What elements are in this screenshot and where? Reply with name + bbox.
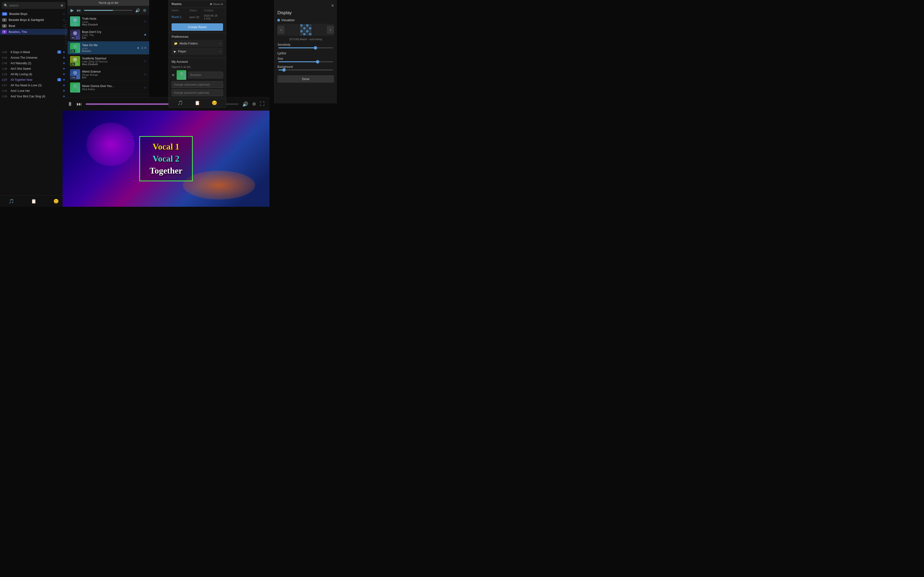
song-star-icon[interactable]: ★ [63,89,65,93]
song-star-icon[interactable]: ★ [63,73,65,76]
done-button[interactable]: Done [278,75,334,83]
progress-fill [84,10,113,11]
search-bar: 🔍 ★ [2,2,65,9]
lyrics-label: Lyrics [278,51,334,55]
tab-queue[interactable]: 📋 [29,198,38,205]
queue-remove-button[interactable]: ✕ [144,46,147,50]
queue-star-icon[interactable]: ☆ [144,59,147,63]
song-star-icon[interactable]: ★ [63,67,65,71]
size-slider[interactable] [278,61,334,62]
tab-emoji[interactable]: 😊 [52,198,61,205]
queue-item-current[interactable]: 4m Take On Me a-ha Brandon ★ ℹ ✕ [68,41,149,55]
song-item[interactable]: 3:57 All You Need Is Love (3) ★ [0,82,67,88]
artist-badge: ▾ [2,30,7,34]
song-star-icon[interactable]: ★ [63,61,65,65]
queue-info: Boys Don't Cry Cure, The Erin [82,30,142,39]
rooms-panel: Rooms Show all Name Status Created Room … [168,0,226,108]
alphabet-bar: #AB CDE FGH IJK LMN OPQ RST UVW XYZ [65,21,67,49]
queue-info-button[interactable]: ℹ [142,46,143,50]
pref-item-media-folders[interactable]: 📁 Media Folders › [171,40,223,47]
show-all-link[interactable]: Show all [213,3,223,5]
queue-info: Weird Science Oingo Boingo Erin [82,70,142,79]
account-form: ✕ [171,70,223,96]
background-label: Background [278,65,334,69]
queue-item[interactable]: 11m Weird Science Oingo Boingo Erin ☆ [68,68,149,81]
queue-thumbnail [70,16,80,26]
song-item[interactable]: 1:38 Ain't She Sweet ★ [0,66,67,71]
queue-item[interactable]: Truth Hurts Lizzo Mary Elisabeth ☆ [68,15,149,28]
queue-list: Truth Hurts Lizzo Mary Elisabeth ☆ 34s B… [68,15,149,106]
song-item[interactable]: 2:42 And I Love Her ★ [0,88,67,93]
queue-star-icon[interactable]: ★ [137,46,140,50]
song-star-icon[interactable]: ★ [63,84,65,87]
svg-point-8 [73,71,77,75]
queue-thumbnail: 4m [70,43,80,53]
equalizer-icon[interactable]: ⚙ [143,8,146,13]
sensitivity-slider[interactable] [278,47,334,48]
artist-badge: 2 [2,24,7,27]
vis-selector: ‹ › [278,24,334,36]
song-item[interactable]: 3:05 8 Days A Week 1 ★ [0,49,67,55]
song-item[interactable]: 2:46 Act Naturally (2) ★ [0,60,67,66]
svg-point-0 [73,18,77,22]
pref-item-player[interactable]: ▶ Player › [171,48,223,55]
star-filter-icon[interactable]: ★ [60,3,63,8]
next-track-button[interactable]: ⏭ [76,101,82,107]
song-item-active[interactable]: 2:27 All Together Now 1 ★ [0,77,67,82]
progress-bar[interactable] [84,10,132,11]
queue-star-icon[interactable]: ☆ [144,73,147,76]
next-button[interactable]: ⏭ [77,8,81,13]
avatar [177,70,186,80]
rooms-tab-list[interactable]: 📋 [195,100,200,106]
song-item[interactable]: 2:20 All My Loving (4) ★ [0,71,67,77]
create-room-button[interactable]: Create Room [171,23,223,31]
player-panel: You're up in 4m ▶ ⏭ 🔊 ⚙ Truth Hurts Lizz… [67,0,149,111]
queue-item[interactable]: 7m Suddenly Seymour Little Shop Of Horro… [68,55,149,68]
song-star-icon[interactable]: ★ [63,78,65,82]
change-username-field[interactable] [171,81,223,88]
play-button[interactable]: ▶ [71,8,74,13]
room-name[interactable]: Room 1 [171,15,189,19]
sensitivity-label: Sensitivity [278,43,334,47]
close-icon[interactable]: ✕ [171,73,175,77]
sidebar-item-beatles[interactable]: ▾ Beatles, The [0,29,67,35]
queue-item[interactable]: Never Gonna Give You... Rick Astley ☆ [68,81,149,94]
account-title: My Account [171,60,223,63]
vis-next-button[interactable]: › [327,26,334,34]
rooms-tab-music[interactable]: 🎵 [178,100,183,106]
pause-button[interactable]: ⏸ [67,101,73,107]
queue-star-icon[interactable]: ☆ [144,85,147,89]
queue-info: Truth Hurts Lizzo Mary Elisabeth [82,17,142,26]
rooms-tab-emoji[interactable]: 😊 [212,100,217,106]
volume-icon[interactable]: 🔊 [242,101,248,107]
queue-info: Take On Me a-ha Brandon [82,44,135,52]
preferences-title: Preferences [171,35,223,39]
song-item[interactable]: 2:09 And Your Bird Can Sing (4) ★ [0,93,67,99]
artist-star-icon[interactable]: ☆ [63,12,65,16]
song-star-icon[interactable]: ★ [63,50,65,54]
queue-info: Never Gonna Give You... Rick Astley [82,84,142,91]
background-slider[interactable] [278,69,334,71]
song-star-icon[interactable]: ★ [63,56,65,60]
search-input[interactable] [9,3,59,7]
username-field[interactable] [188,72,223,78]
equalizer-settings-icon[interactable]: ⚙ [252,102,256,107]
display-close-button[interactable]: × [331,3,334,8]
sidebar-item-beastie-boys[interactable]: 14 Beastie Boys ☆ [0,11,67,17]
queue-item[interactable]: 34s Boys Don't Cry Cure, The Erin ★ [68,28,149,41]
song-item[interactable]: 3:43 Across The Universe ★ [0,55,67,60]
fullscreen-icon[interactable]: ⛶ [260,101,265,107]
change-password-field[interactable] [171,89,223,96]
tab-music[interactable]: 🎵 [7,198,16,205]
artist-badge: 1 [2,18,7,22]
queue-star-icon[interactable]: ☆ [144,19,147,23]
folder-icon: 📁 [174,42,178,45]
svg-point-12 [180,72,183,75]
lyric-line-3: Together [150,166,183,176]
queue-star-icon[interactable]: ★ [144,33,147,37]
sidebar-item-beastie-santigold[interactable]: 1 Beastie Boys & Santigold ☆ [0,17,67,23]
chevron-right-icon: › [220,50,221,53]
sidebar-item-beat[interactable]: 2 Beat ☆ [0,23,67,29]
volume-icon[interactable]: 🔊 [135,8,140,13]
vis-prev-button[interactable]: ‹ [278,26,284,34]
